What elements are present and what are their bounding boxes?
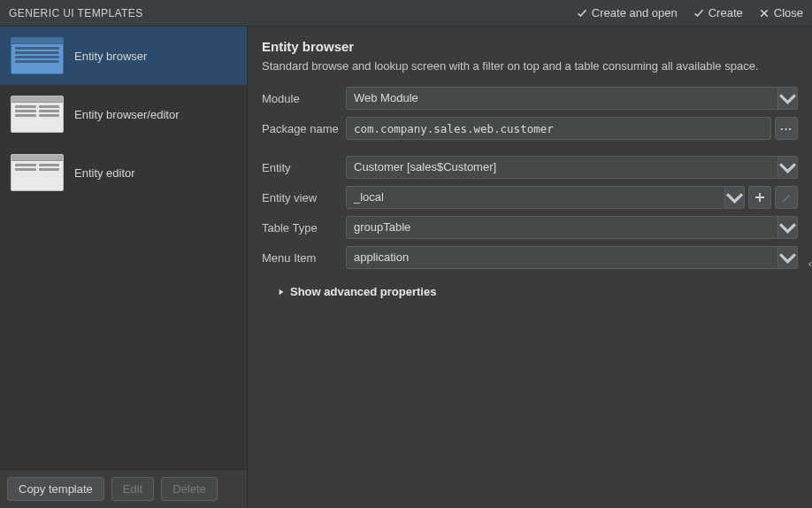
sidebar: Entity browser Entity browser/editor (0, 27, 248, 508)
titlebar-actions: Create and open Create Close (577, 6, 803, 19)
close-button[interactable]: Close (759, 6, 803, 19)
menu-item-label: Menu Item (262, 251, 346, 265)
template-list: Entity browser Entity browser/editor (0, 27, 247, 469)
table-type-select[interactable]: groupTable (346, 216, 798, 239)
create-button[interactable]: Create (693, 6, 743, 19)
template-label: Entity browser (74, 50, 147, 63)
template-thumb-icon (11, 37, 64, 74)
check-icon (577, 8, 587, 19)
ellipsis-icon: ··· (780, 122, 793, 135)
plus-icon (755, 192, 765, 203)
template-item-entity-editor[interactable]: Entity editor (0, 143, 247, 202)
chevron-down-icon (725, 186, 745, 209)
entity-select[interactable]: Customer [sales$Customer] (346, 156, 798, 179)
content-panel: Entity browser Standard browse and looku… (248, 27, 812, 508)
template-thumb-icon (11, 96, 64, 133)
edit-template-button: Edit (111, 477, 154, 501)
table-type-label: Table Type (262, 221, 346, 235)
chevron-down-icon (778, 216, 798, 239)
entity-view-label: Entity view (262, 191, 346, 204)
delete-template-button: Delete (161, 477, 218, 501)
template-label: Entity editor (74, 166, 135, 180)
module-label: Module (262, 92, 346, 105)
tool-window-collapse-icon[interactable]: ‹ (808, 257, 812, 270)
edit-view-button (775, 186, 798, 209)
sidebar-footer: Copy template Edit Delete (0, 469, 247, 508)
entity-view-select[interactable]: _local (346, 186, 745, 209)
chevron-down-icon (778, 246, 798, 269)
template-item-entity-browser-editor[interactable]: Entity browser/editor (0, 85, 247, 143)
copy-template-button[interactable]: Copy template (7, 477, 104, 501)
package-label: Package name (262, 122, 346, 135)
caret-right-icon (278, 289, 285, 296)
show-advanced-toggle[interactable]: Show advanced properties (278, 285, 798, 298)
check-icon (693, 8, 704, 19)
titlebar: GENERIC UI TEMPLATES Create and open Cre… (0, 0, 812, 27)
page-title: Entity browser (262, 39, 798, 54)
create-and-open-button[interactable]: Create and open (577, 6, 678, 19)
menu-item-select[interactable]: application (346, 246, 798, 269)
template-thumb-icon (11, 154, 64, 191)
package-input[interactable] (346, 117, 771, 140)
page-description: Standard browse and lookup screen with a… (262, 59, 798, 73)
template-label: Entity browser/editor (74, 108, 180, 121)
close-icon (759, 8, 770, 19)
entity-label: Entity (262, 161, 346, 174)
browse-button[interactable]: ··· (775, 117, 798, 140)
add-view-button[interactable] (748, 186, 771, 209)
chevron-down-icon (778, 87, 798, 110)
module-select[interactable]: Web Module (346, 87, 798, 110)
pencil-icon (781, 192, 792, 203)
chevron-down-icon (778, 156, 798, 179)
template-item-entity-browser[interactable]: Entity browser (0, 27, 247, 85)
titlebar-title: GENERIC UI TEMPLATES (9, 7, 143, 19)
